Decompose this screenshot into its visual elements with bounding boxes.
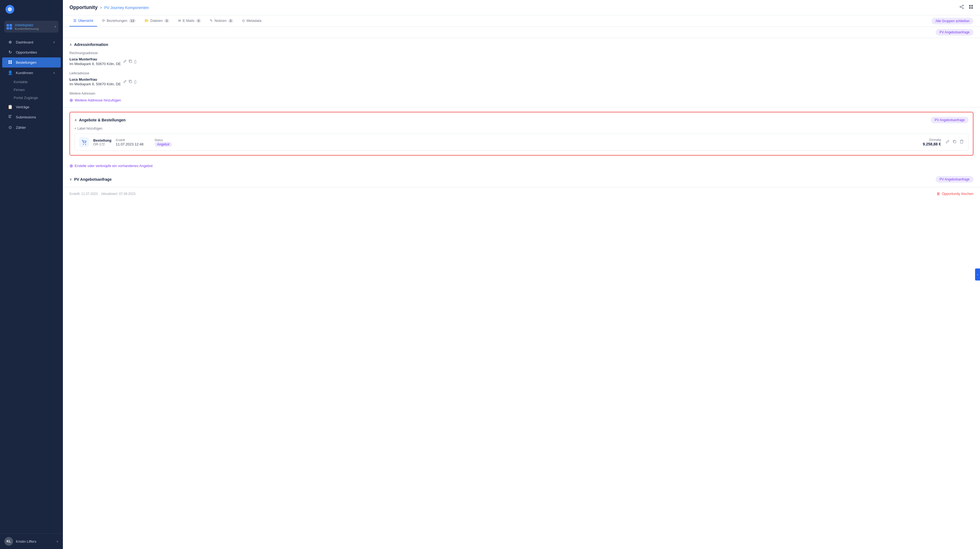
main-content: Opportunity > PV Journey Komponenten (63, 0, 980, 549)
breadcrumb-sub[interactable]: PV Journey Komponenten (104, 5, 149, 10)
pv-anfrage-pv-button[interactable]: PV Angebotsanfrage (936, 176, 974, 183)
tab-emails[interactable]: ✉ E-Mails 0 (174, 15, 205, 27)
billing-address: Im Mediapark 8, 50670 Köln, DE (70, 62, 121, 66)
order-type-icon (79, 137, 89, 147)
sidebar-item-submissions[interactable]: Submissions (2, 112, 61, 122)
billing-address-block: Rechnungsadresse Luca Musterfrau Im Medi… (70, 51, 974, 66)
svg-rect-6 (8, 116, 11, 117)
workspace-grid-icon (6, 24, 12, 30)
sidebar-item-label: Bestellungen (16, 60, 55, 65)
tab-notizen[interactable]: ✎ Notizen 0 (206, 15, 237, 27)
collapse-orders-icon[interactable]: ∧ (75, 118, 77, 122)
close-all-groups-button[interactable]: Alle Gruppen schließen (932, 18, 974, 24)
breadcrumb: Opportunity > PV Journey Komponenten (70, 5, 149, 10)
sidebar-item-vertrage[interactable]: 📋 Verträge (2, 102, 61, 112)
right-panel-toggle[interactable]: ‹ (975, 269, 980, 280)
order-created-value: 11.07.2023 12:48 (116, 142, 143, 146)
tab-label: Übersicht (78, 19, 93, 23)
tab-icon-dateien: 📁 (145, 19, 149, 23)
svg-point-9 (960, 6, 961, 7)
workspace-chevron-icon: ∧ (54, 25, 56, 29)
tab-count-beziehungen: 13 (129, 19, 135, 23)
zahler-icon: ⊙ (8, 125, 13, 130)
sidebar-item-label: Verträge (16, 105, 55, 109)
edit-billing-icon[interactable] (123, 59, 127, 64)
add-existing-order-button[interactable]: ⊕ Erstelle oder verknüpfe ein vorhandene… (63, 160, 980, 172)
user-name: Kristin Liffers (16, 539, 37, 544)
delivery-name: Luca Musterfrau (70, 77, 121, 81)
code-delivery-icon[interactable]: {} (134, 80, 137, 84)
share-icon[interactable] (959, 4, 964, 11)
status-badge: Angebot (154, 142, 172, 147)
order-created-group: Erstellt 11.07.2023 12:48 (116, 138, 143, 146)
tab-label: Notizen (215, 19, 226, 23)
add-address-button[interactable]: ⊕ Weitere Addresse hinzufügen (70, 98, 974, 103)
app-logo-icon[interactable] (5, 5, 14, 14)
order-price-value: 9.258,88 € (923, 142, 941, 146)
sidebar-sub-label: Kontakte (14, 80, 28, 84)
svg-rect-21 (954, 141, 956, 143)
svg-rect-7 (8, 117, 11, 118)
code-billing-icon[interactable]: {} (134, 59, 137, 64)
svg-rect-16 (971, 7, 973, 9)
user-info[interactable]: KL Kristin Liffers (5, 537, 37, 546)
sidebar-item-zahler[interactable]: ⊙ Zähler (2, 123, 61, 132)
orders-section-header: ∧ Angebote & Bestellungen PV Angebotsanf… (75, 117, 969, 123)
edit-delivery-icon[interactable] (123, 80, 127, 84)
tab-beziehungen[interactable]: ⟳ Beziehungen 13 (98, 15, 140, 27)
delivery-address-label: Lieferadresse (70, 72, 974, 75)
bestellungen-icon (8, 60, 13, 65)
copy-order-icon[interactable] (952, 139, 957, 145)
tab-dateien[interactable]: 📁 Dateien 0 (140, 15, 173, 27)
tab-metadata[interactable]: ⊙ Metadata (238, 15, 265, 27)
tab-icon-notizen: ✎ (210, 19, 213, 23)
topbar: Opportunity > PV Journey Komponenten (63, 0, 980, 15)
order-row: Bestellung OR-172 Erstellt 11.07.2023 12… (75, 134, 969, 151)
sidebar-item-kundinnen[interactable]: 👤 KundInnen ∧ (2, 68, 61, 78)
sidebar-item-portal-zugange[interactable]: Portal Zugänge (0, 94, 63, 102)
sidebar-item-dashboard[interactable]: ⊕ Dashboard ∨ (2, 37, 61, 47)
chevron-down-icon: ∨ (53, 40, 55, 44)
edit-order-icon[interactable] (945, 139, 950, 145)
content-area: ∧ Adressinformation Rechnungsadresse Luc… (63, 38, 980, 549)
sidebar-item-label: Zähler (16, 126, 55, 130)
svg-rect-18 (130, 81, 132, 83)
sidebar-nav: ⊕ Dashboard ∨ ↻ Opportunities Bestellung… (0, 37, 63, 133)
sidebar-item-bestellungen[interactable]: Bestellungen (2, 57, 61, 68)
copy-billing-icon[interactable] (129, 59, 132, 64)
delete-order-icon[interactable] (959, 139, 964, 145)
tab-icon-metadata: ⊙ (242, 19, 245, 23)
svg-rect-13 (969, 5, 971, 6)
grid-icon[interactable] (969, 4, 974, 11)
sidebar-item-firmen[interactable]: Firmen (0, 86, 63, 94)
sidebar-item-label: Submissions (16, 115, 55, 119)
svg-rect-17 (130, 60, 132, 63)
footer-timestamps: Erstellt: 11.07.2023 Aktualisiert: 07.09… (70, 192, 135, 196)
billing-address-label: Rechnungsadresse (70, 51, 974, 55)
sidebar-logo (0, 0, 63, 19)
collapse-address-icon[interactable]: ∧ (70, 43, 72, 46)
toggle-chevron-icon: ‹ (977, 273, 978, 276)
address-section-title: ∧ Adressinformation (70, 42, 108, 47)
sidebar-item-opportunities[interactable]: ↻ Opportunities (2, 47, 61, 57)
breadcrumb-separator-icon: > (100, 5, 102, 10)
tabs-bar: ☰ Übersicht ⟳ Beziehungen 13 📁 Dateien 0… (63, 15, 980, 27)
svg-rect-14 (971, 5, 973, 6)
order-id: OR-172 (93, 142, 111, 146)
address-section: ∧ Adressinformation Rechnungsadresse Luc… (63, 38, 980, 107)
sidebar-footer: KL Kristin Liffers ∨ (0, 533, 63, 549)
workspace-selector[interactable]: Arbeitsplatz Kundenbetreuung ∧ (5, 21, 59, 33)
tab-label: Beziehungen (107, 19, 127, 23)
orders-section-title: ∧ Angebote & Bestellungen (75, 118, 126, 122)
tab-label: E-Mails (183, 19, 194, 23)
pv-anfrage-orders-button[interactable]: PV Angebotsanfrage (931, 117, 969, 123)
order-price-label: Einmalig (923, 138, 941, 142)
copy-delivery-icon[interactable] (129, 80, 132, 84)
pv-anfrage-top-button[interactable]: PV Angebotsanfrage (936, 29, 974, 35)
add-label-button[interactable]: + Label hinzufügen (75, 127, 969, 130)
sidebar-item-kontakte[interactable]: Kontakte (0, 78, 63, 86)
delete-opportunity-button[interactable]: 🗑 Opportunity löschen (937, 192, 974, 196)
tab-count-emails: 0 (196, 19, 201, 23)
collapse-pv-icon[interactable]: ∨ (70, 177, 72, 181)
tab-ubersicht[interactable]: ☰ Übersicht (70, 15, 97, 27)
